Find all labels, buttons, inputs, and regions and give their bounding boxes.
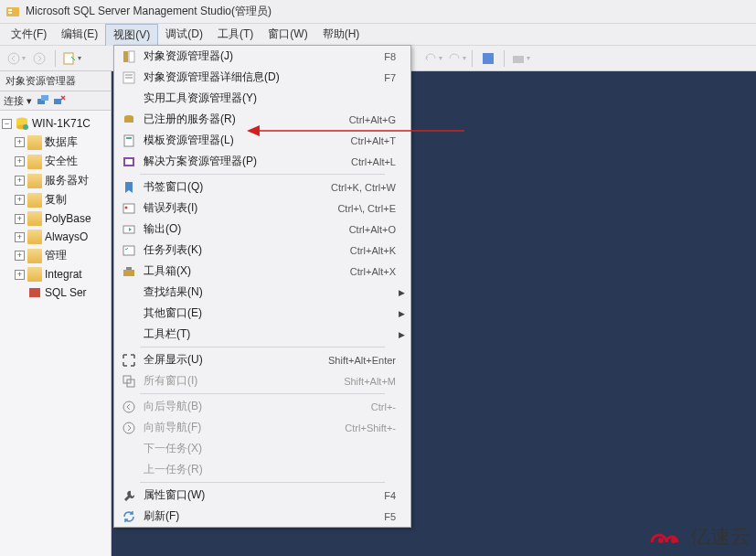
menu-item-11[interactable]: 工具箱(X)Ctrl+Alt+X — [114, 261, 410, 282]
folder-icon — [27, 230, 42, 244]
tree-node-security[interactable]: +安全性 — [2, 152, 109, 171]
menu-item-14[interactable]: 工具栏(T)▶ — [114, 324, 410, 345]
menu-item-16[interactable]: 全屏显示(U)Shift+Alt+Enter — [114, 349, 410, 370]
tree-node-alwayson[interactable]: +AlwaysO — [2, 228, 109, 246]
new-query-button[interactable]: ▾ — [61, 48, 81, 69]
watermark: 亿速云 — [644, 523, 751, 551]
nav-fwd-icon — [120, 421, 138, 435]
tree-node-polybase[interactable]: +PolyBase — [2, 209, 109, 228]
menu-item-25[interactable]: 刷新(F)F5 — [114, 506, 410, 527]
menu-item-7[interactable]: 书签窗口(Q)Ctrl+K, Ctrl+W — [114, 176, 410, 198]
windows-icon — [120, 374, 138, 389]
folder-icon — [27, 135, 42, 150]
svg-rect-14 — [483, 53, 494, 64]
folder-icon — [27, 267, 42, 282]
menu-file[interactable]: 文件(F) — [4, 24, 54, 45]
title-bar: Microsoft SQL Server Management Studio(管… — [0, 0, 756, 24]
tree-node-database[interactable]: +数据库 — [2, 133, 109, 152]
objexp-icon — [120, 49, 138, 64]
menu-item-shortcut: Ctrl+K, Ctrl+W — [331, 182, 396, 193]
expander-icon[interactable]: + — [15, 137, 25, 147]
nav-forward-button[interactable] — [29, 48, 49, 69]
submenu-arrow-icon: ▶ — [399, 288, 405, 297]
object-explorer-toolbar: 连接 ▾ — [0, 91, 111, 111]
menu-view[interactable]: 视图(V) — [105, 24, 158, 46]
window-title: Microsoft SQL Server Management Studio(管… — [26, 4, 272, 19]
toolbox-button[interactable]: ▾ — [510, 48, 530, 69]
menu-separator — [140, 482, 385, 483]
submenu-arrow-icon: ▶ — [399, 330, 405, 339]
svg-rect-7 — [41, 95, 48, 101]
menu-item-13[interactable]: 其他窗口(E)▶ — [114, 303, 410, 324]
activity-button[interactable] — [478, 48, 498, 69]
svg-rect-1 — [8, 9, 12, 11]
menu-item-21: 下一任务(X) — [114, 438, 410, 459]
tree-node-integration[interactable]: +Integrat — [2, 265, 109, 283]
menu-item-9[interactable]: 输出(O)Ctrl+Alt+O — [114, 219, 410, 240]
menu-tools[interactable]: 工具(T) — [210, 24, 261, 45]
disconnect-icon[interactable] — [52, 93, 67, 108]
menu-item-label: 任务列表(K) — [144, 242, 350, 258]
svg-point-35 — [123, 401, 134, 412]
menu-item-10[interactable]: 任务列表(K)Ctrl+Alt+K — [114, 240, 410, 261]
menu-item-shortcut: Shift+Alt+M — [344, 376, 396, 387]
menu-item-4[interactable]: 模板资源管理器(L)Ctrl+Alt+T — [114, 130, 410, 151]
object-explorer-panel: 对象资源管理器 连接 ▾ − WIN-1K71C +数据库 +安全性 +服务器对… — [0, 71, 112, 556]
svg-rect-24 — [126, 137, 132, 139]
expander-icon[interactable]: + — [15, 156, 25, 166]
menu-item-3[interactable]: 已注册的服务器(R)Ctrl+Alt+G — [114, 109, 410, 130]
menu-window[interactable]: 窗口(W) — [261, 24, 314, 45]
ssms-logo-icon — [5, 5, 20, 19]
tree-node-sql-agent[interactable]: SQL Ser — [2, 283, 109, 302]
expander-icon[interactable]: + — [15, 176, 25, 186]
menu-item-label: 模板资源管理器(L) — [144, 133, 350, 148]
menu-item-1[interactable]: 对象资源管理器详细信息(D)F7 — [114, 67, 410, 88]
tree-root[interactable]: − WIN-1K71C — [2, 114, 109, 133]
watermark-text: 亿速云 — [690, 523, 751, 551]
connect-icon[interactable] — [36, 93, 50, 108]
connect-button[interactable]: 连接 ▾ — [4, 94, 32, 108]
tree-node-server-objects[interactable]: +服务器对 — [2, 171, 109, 190]
nav-back-button[interactable]: ▾ — [5, 48, 26, 69]
expander-icon[interactable]: + — [15, 195, 25, 205]
tree-node-management[interactable]: +管理 — [2, 246, 109, 265]
menu-item-label: 书签窗口(Q) — [144, 179, 331, 195]
error-list-icon — [120, 201, 138, 216]
expander-icon[interactable]: + — [15, 270, 25, 280]
menu-item-2[interactable]: 实用工具资源管理器(Y) — [114, 88, 410, 109]
menu-item-label: 所有窗口(I) — [144, 373, 344, 389]
menu-item-22: 上一任务(R) — [114, 459, 410, 480]
menu-item-label: 工具栏(T) — [144, 326, 405, 342]
menu-item-19: 向后导航(B)Ctrl+- — [114, 396, 410, 417]
expander-icon[interactable]: + — [15, 214, 25, 224]
menu-separator — [140, 347, 385, 348]
menu-item-0[interactable]: 对象资源管理器(J)F8 — [114, 46, 410, 67]
menu-item-17: 所有窗口(I)Shift+Alt+M — [114, 370, 410, 391]
menu-item-8[interactable]: 错误列表(I)Ctrl+\, Ctrl+E — [114, 198, 410, 219]
menu-help[interactable]: 帮助(H) — [315, 24, 367, 45]
submenu-arrow-icon: ▶ — [399, 309, 405, 318]
menu-item-shortcut: Ctrl+Alt+X — [350, 266, 396, 277]
menu-item-12[interactable]: 查找结果(N)▶ — [114, 282, 410, 303]
menu-bar: 文件(F) 编辑(E) 视图(V) 调试(D) 工具(T) 窗口(W) 帮助(H… — [0, 24, 756, 46]
menu-item-24[interactable]: 属性窗口(W)F4 — [114, 485, 410, 506]
object-tree: − WIN-1K71C +数据库 +安全性 +服务器对 +复制 +PolyBas… — [0, 111, 111, 305]
solution-icon — [120, 155, 138, 169]
expander-icon[interactable]: − — [2, 119, 12, 129]
menu-item-label: 下一任务(X) — [144, 441, 405, 456]
tasks-icon — [120, 243, 138, 258]
svg-point-36 — [123, 422, 134, 433]
redo-button[interactable]: ▾ — [446, 48, 466, 69]
expander-icon[interactable]: + — [15, 232, 25, 242]
undo-button[interactable]: ▾ — [422, 48, 442, 69]
tree-node-replication[interactable]: +复制 — [2, 190, 109, 209]
watermark-logo-icon — [644, 524, 685, 550]
menu-item-shortcut: Ctrl+Alt+L — [351, 156, 396, 167]
expander-icon[interactable]: + — [15, 251, 25, 261]
fullscreen-icon — [120, 353, 138, 368]
svg-rect-17 — [129, 51, 134, 62]
menu-edit[interactable]: 编辑(E) — [54, 24, 105, 45]
menu-item-shortcut: F8 — [384, 51, 396, 62]
menu-debug[interactable]: 调试(D) — [158, 24, 210, 45]
menu-item-5[interactable]: 解决方案资源管理器(P)Ctrl+Alt+L — [114, 151, 410, 172]
